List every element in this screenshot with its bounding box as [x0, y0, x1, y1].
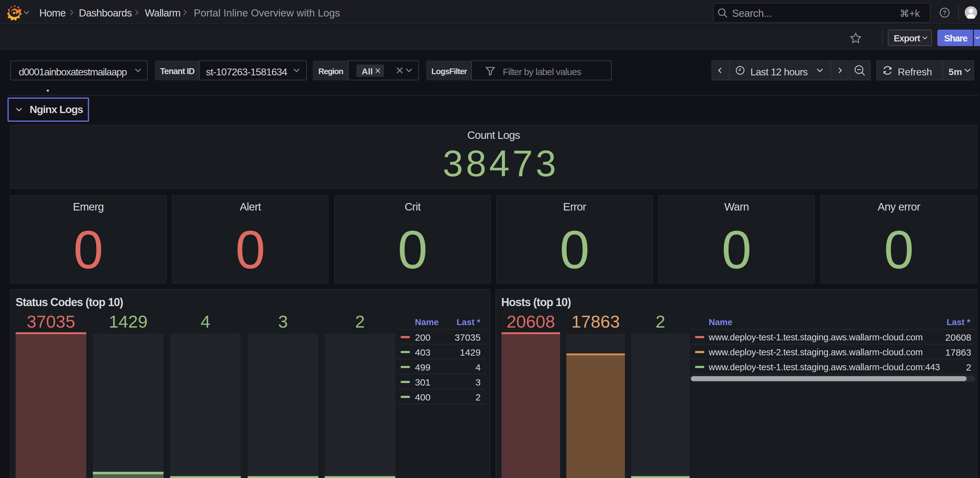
svg-text:?: ?	[943, 10, 947, 16]
